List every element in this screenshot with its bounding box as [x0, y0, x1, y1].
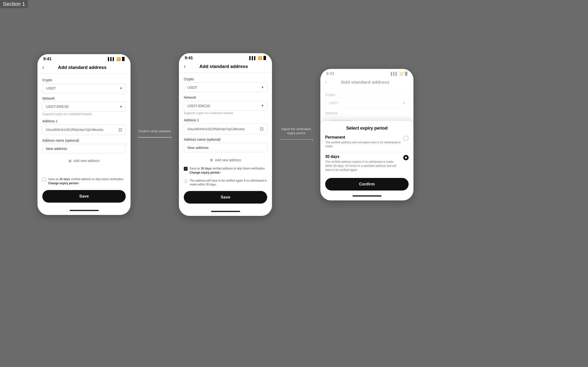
scan-icon-2: ⊡	[260, 126, 264, 132]
section-label: Section 1	[3, 1, 25, 7]
radio-permanent[interactable]	[403, 136, 409, 141]
checkbox-row-1[interactable]: Save as 30 days verified address to skip…	[42, 177, 126, 185]
network-value-1: USDT-ERC20	[46, 104, 68, 108]
home-bar-2	[211, 211, 240, 212]
phone-header-3: ‹ Add standard address	[320, 77, 414, 89]
section-tab: Section 1	[0, 0, 28, 8]
network-chevron-2: ▾	[262, 103, 264, 108]
radio-30days[interactable]	[403, 155, 409, 160]
status-bar-1: 9:41 ▌▌▌ 🛜 ▉	[37, 54, 131, 62]
option-permanent-row[interactable]: Permanent The verified address will not …	[325, 135, 409, 149]
save-button-1[interactable]: Save	[42, 190, 126, 203]
addr-name-input-2[interactable]: New address	[184, 143, 267, 152]
battery-icon-2: ▉	[264, 56, 266, 60]
scan-icon-1: ⊡	[118, 127, 122, 133]
address1-label-1: Address 1	[42, 119, 126, 123]
status-bar-3: 9:41 ▌▌▌ 🛜 ▉	[320, 69, 414, 77]
add-circle-icon-2: ⊕	[210, 158, 213, 162]
arrow-label-2: Adjust the verification expiry period	[281, 127, 311, 135]
home-indicator-3	[325, 193, 409, 200]
home-indicator-1	[37, 208, 131, 215]
add-new-row-2[interactable]: ⊕ Add new address	[184, 156, 267, 164]
crypto-chevron-2: ▾	[262, 85, 264, 90]
option-permanent-title: Permanent	[325, 135, 401, 140]
add-new-label-1: Add new address	[74, 159, 99, 163]
arrow-label-1: Confirm verify selection	[138, 129, 171, 133]
option-30days-info: 30 days The verified address expires if …	[325, 154, 401, 172]
status-time-2: 9:41	[185, 56, 193, 60]
info-icon-2: ⓘ	[184, 179, 188, 184]
battery-icon-3: ▉	[405, 72, 408, 76]
network-label-1: Network	[42, 96, 126, 100]
crypto-select-2[interactable]: USDT ▾	[184, 83, 267, 92]
arrow-head-1: ›	[170, 135, 172, 140]
checkbox-row-2[interactable]: ✓ Save as 30 days verified address to sk…	[184, 167, 267, 175]
address1-field-2[interactable]: 03xaJ8GKdUvZE2R5j4cdynTgGJ8kozba: ⊡	[184, 124, 267, 134]
address1-value-1: 03xaJ8GKdUvZE2R5j4cdynTgGJ8kozba:	[46, 128, 116, 132]
home-indicator-2	[179, 209, 272, 216]
phones-with-arrows: 9:41 ▌▌▌ 🛜 ▉ ‹ Add standard address Cryp…	[37, 53, 414, 216]
checkbox-text-1: Save as 30 days verified address to skip…	[48, 177, 126, 185]
network-value-2: USDT-ERC20	[187, 104, 210, 108]
phone-header-1: ‹ Add standard address	[37, 62, 131, 74]
change-expiry-1[interactable]: Change expiry period ›	[48, 181, 79, 185]
line-1	[138, 137, 171, 138]
arrow-line-2: ›	[279, 137, 313, 142]
home-bar-1	[70, 210, 99, 211]
addr-name-input-1[interactable]: New address	[42, 144, 126, 153]
modal-title: Select expiry period	[325, 126, 409, 131]
line-2	[279, 139, 312, 140]
network-select-1[interactable]: USDT-ERC20 ▾	[42, 102, 126, 111]
phone-content-1: Crypto USDT ▾ Network USDT-ERC20 ▾ Suppo…	[37, 74, 131, 208]
checkbox-1[interactable]	[42, 177, 46, 181]
crypto-select-3: USDT ▾	[325, 98, 409, 108]
address1-label-2: Address 1	[184, 118, 267, 122]
option-permanent-info: Permanent The verified address will not …	[325, 135, 401, 149]
change-expiry-2[interactable]: Change expiry period ›	[190, 171, 221, 175]
wifi-icon-3: 🛜	[399, 72, 404, 76]
status-time-3: 9:41	[326, 71, 334, 76]
crypto-label-2: Crypto	[184, 77, 267, 81]
wifi-icon-2: 🛜	[258, 56, 262, 60]
status-icons-3: ▌▌▌ 🛜 ▉	[391, 72, 408, 76]
network-label-3: Network	[325, 111, 409, 115]
network-select-2[interactable]: USDT-ERC20 ▾	[184, 101, 267, 110]
arrow-head-2: ›	[312, 137, 313, 142]
arrow-connector-2: Adjust the verification expiry period ›	[272, 127, 320, 142]
checkbox-text-2: Save as 30 days verified address to skip…	[190, 167, 267, 175]
phone-title-3: Add standard address	[329, 80, 401, 85]
checkbox-2[interactable]: ✓	[184, 167, 188, 171]
option-permanent-desc: The verified address will not expire eve…	[325, 141, 401, 149]
expiry-modal: Select expiry period Permanent The verif…	[320, 121, 414, 200]
address1-value-2: 03xaJ8GKdUvZE2R5j4cdynTgGJ8kozba:	[187, 127, 258, 131]
option-30days-row[interactable]: 30 days The verified address expires if …	[325, 154, 409, 172]
add-circle-icon-1: ⊕	[68, 158, 72, 163]
crypto-value-1: USDT	[46, 86, 56, 90]
phone-title-2: Add standard address	[188, 64, 259, 69]
status-icons-1: ▌▌▌ 🛜 ▉	[108, 57, 125, 61]
confirm-button[interactable]: Confirm	[325, 178, 409, 191]
network-hint-1: Supports crypto on a selected network	[42, 112, 126, 116]
status-time-1: 9:41	[43, 57, 51, 61]
add-new-row-1[interactable]: ⊕ Add new address	[42, 157, 126, 165]
crypto-label-3: Crypto	[325, 93, 409, 97]
signal-icon-2: ▌▌▌	[249, 56, 257, 60]
network-hint-2: Supports crypto on a selected network	[184, 111, 267, 115]
home-bar-3	[353, 195, 381, 197]
phone-3: 9:41 ▌▌▌ 🛜 ▉ ‹ Add standard address Cryp…	[320, 69, 414, 200]
back-button-1[interactable]: ‹	[42, 64, 44, 71]
network-chevron-1: ▾	[120, 104, 122, 109]
phone-2: 9:41 ▌▌▌ 🛜 ▉ ‹ Add standard address Cryp…	[179, 53, 272, 216]
phone-content-2: Crypto USDT ▾ Network USDT-ERC20 ▾ Suppo…	[179, 73, 272, 209]
signal-icon-3: ▌▌▌	[391, 72, 398, 76]
status-bar-2: 9:41 ▌▌▌ 🛜 ▉	[179, 53, 272, 61]
address1-field-1[interactable]: 03xaJ8GKdUvZE2R5j4cdynTgGJ8kozba: ⊡	[42, 125, 126, 135]
save-button-2[interactable]: Save	[184, 191, 267, 204]
crypto-chevron-1: ▾	[120, 86, 122, 91]
info-text-2: The address will have to be verified aga…	[190, 179, 267, 187]
status-icons-2: ▌▌▌ 🛜 ▉	[249, 56, 266, 60]
crypto-select-1[interactable]: USDT ▾	[42, 83, 126, 93]
add-new-label-2: Add new address	[215, 158, 241, 162]
phone-header-2: ‹ Add standard address	[179, 61, 272, 73]
back-button-2[interactable]: ‹	[184, 63, 185, 70]
